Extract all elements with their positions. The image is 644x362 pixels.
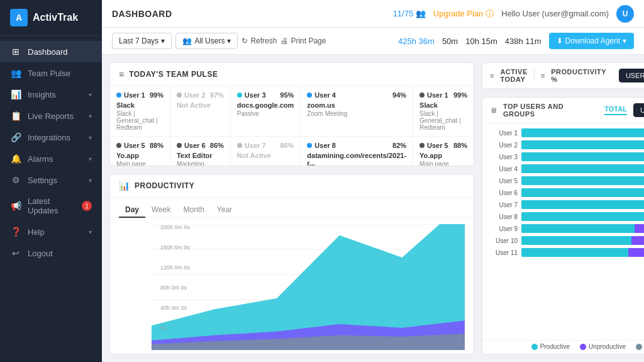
nav-icon-team-pulse: 👥 bbox=[10, 68, 21, 78]
pulse-pct-9: 88% bbox=[453, 142, 467, 149]
nav-icon-integrations: 🔗 bbox=[10, 132, 21, 142]
refresh-button[interactable]: ↻ Refresh bbox=[242, 37, 277, 45]
top-users-icon: 🖥 bbox=[490, 106, 497, 114]
legend-dot bbox=[636, 344, 642, 350]
sidebar-item-team-pulse[interactable]: 👥 Team Pulse bbox=[0, 62, 102, 84]
legend-dot bbox=[580, 344, 586, 350]
pulse-dot-4 bbox=[419, 93, 425, 98]
user-bar-label: User 7 bbox=[490, 201, 518, 208]
productivity-icon: 📊 bbox=[119, 181, 130, 191]
logo-icon: A bbox=[10, 9, 28, 26]
pulse-detail-0: Slack | General_chat | Redteam bbox=[116, 110, 164, 131]
user-bar-track bbox=[521, 200, 644, 209]
pulse-cell-8: User 8 82% datamining.com/recents/2021-r… bbox=[301, 137, 413, 166]
chevron-icon-live-reports: ▾ bbox=[89, 113, 92, 120]
users-filter-dropdown[interactable]: 👥 All Users ▾ bbox=[175, 33, 238, 49]
sidebar-item-alarms[interactable]: 🔔 Alarms ▾ bbox=[0, 148, 102, 169]
pulse-app-8: datamining.com/recents/2021-r... bbox=[307, 152, 406, 166]
productivity-card: 📊 PRODUCTIVITY DayWeekMonthYear 200h 0m … bbox=[109, 174, 474, 354]
nav-label-insights: Insights bbox=[28, 90, 82, 99]
topbar: DASHBOARD 11/75 👥 Upgrade Plan ⓘ Hello U… bbox=[102, 0, 644, 28]
user-bar-row: User 11 37h 20m bbox=[490, 248, 644, 257]
user-bar-track bbox=[521, 248, 644, 257]
team-pulse-card: ≡ TODAY'S TEAM PULSE User 1 99% Slack Sl… bbox=[109, 62, 474, 166]
sidebar-item-help[interactable]: ❓ Help ▾ bbox=[0, 221, 102, 242]
pulse-dot-5 bbox=[116, 143, 121, 148]
nav-label-live-reports: Live Reports bbox=[28, 111, 82, 121]
top-users-title: TOP USERS AND GROUPS bbox=[503, 103, 592, 118]
pulse-dot-2 bbox=[237, 93, 242, 98]
print-button[interactable]: 🖨 Print Page bbox=[280, 37, 326, 45]
top-users-tab-users[interactable]: USERS bbox=[633, 103, 644, 117]
pulse-app-7: Not Active bbox=[237, 152, 294, 159]
nav-label-logout: Logout bbox=[28, 249, 92, 258]
user-bar-track bbox=[521, 176, 644, 185]
nav-icon-latest-updates: 📢 bbox=[10, 201, 21, 211]
pulse-pct-0: 99% bbox=[150, 91, 164, 99]
sidebar-item-live-reports[interactable]: 📋 Live Reports ▾ bbox=[0, 105, 102, 127]
pulse-app-4: Slack bbox=[419, 101, 467, 109]
pulse-dot-3 bbox=[307, 93, 312, 98]
top-users-legend-item: Undefined bbox=[636, 343, 644, 350]
chevron-icon-alarms: ▾ bbox=[89, 156, 92, 162]
pulse-user-row-2: User 3 95% bbox=[237, 91, 294, 99]
pulse-user-row-1: User 2 97% bbox=[177, 91, 224, 99]
pulse-app-3: zoom.us bbox=[307, 101, 406, 109]
bar-productive bbox=[521, 248, 628, 257]
sidebar-item-insights[interactable]: 📊 Insights ▾ bbox=[0, 84, 102, 105]
user-bar-label: User 6 bbox=[490, 189, 518, 196]
pulse-pct-1: 97% bbox=[210, 91, 224, 99]
pulse-dot-8 bbox=[307, 143, 312, 148]
user-bar-row: User 5 42h 33m bbox=[490, 176, 644, 185]
pulse-pct-7: 86% bbox=[280, 142, 294, 149]
user-bar-row: User 4 42h 48m bbox=[490, 164, 644, 173]
chart-area: 200h 0m 0s160h 0m 0s120h 0m 0s80h 0m 0s4… bbox=[110, 218, 474, 354]
logo: A ActivTrak bbox=[0, 0, 102, 36]
user-bar-row: User 9 37h 31m bbox=[490, 224, 644, 233]
active-today-tab-users[interactable]: USERS bbox=[619, 69, 644, 82]
nav-label-settings: Settings bbox=[28, 176, 82, 185]
user-bar-track bbox=[521, 128, 644, 137]
download-agent-button[interactable]: ⬇ Download Agent ▾ bbox=[549, 33, 634, 49]
pulse-app-0: Slack bbox=[116, 101, 164, 109]
toolbar: Last 7 Days ▾ 👥 All Users ▾ ↻ Refresh 🖨 … bbox=[102, 28, 644, 55]
date-range-dropdown[interactable]: Last 7 Days ▾ bbox=[112, 33, 172, 49]
top-users-tab-group: USERSGROUPS bbox=[633, 103, 644, 117]
sidebar-item-dashboard[interactable]: ⊞ Dashboard bbox=[0, 41, 102, 62]
hello-user-label: Hello User (user@gmail.com) bbox=[501, 9, 609, 18]
productivity-tab-week[interactable]: Week bbox=[145, 203, 177, 218]
page-title: DASHBOARD bbox=[112, 9, 172, 19]
user-bar-label: User 2 bbox=[490, 142, 518, 149]
productivity-tab-day[interactable]: Day bbox=[119, 203, 145, 218]
bar-unproductive bbox=[635, 224, 644, 233]
left-column: ≡ TODAY'S TEAM PULSE User 1 99% Slack Sl… bbox=[109, 62, 474, 354]
user-bar-row: User 2 47h 23m bbox=[490, 140, 644, 149]
pulse-app-6: Text Editor bbox=[177, 152, 224, 159]
pulse-detail-9: Main page bbox=[419, 161, 467, 166]
pulse-icon: ≡ bbox=[119, 69, 124, 79]
y-label: 200h 0m 0s bbox=[160, 224, 190, 230]
nav-icon-alarms: 🔔 bbox=[10, 154, 21, 164]
user-bar-row: User 1 50h 03m bbox=[490, 128, 644, 137]
pulse-dot-0 bbox=[116, 93, 121, 98]
pulse-dot-7 bbox=[237, 143, 242, 148]
pulse-dot-9 bbox=[419, 143, 425, 148]
sidebar-item-settings[interactable]: ⚙ Settings ▾ bbox=[0, 169, 102, 191]
header-divider bbox=[534, 69, 535, 82]
nav-icon-settings: ⚙ bbox=[10, 175, 21, 185]
nav-label-team-pulse: Team Pulse bbox=[28, 69, 92, 78]
pulse-pct-5: 88% bbox=[150, 142, 164, 149]
productivity-tab-month[interactable]: Month bbox=[177, 203, 210, 218]
right-column: ≡ ACTIVE TODAY ≡ PRODUCTIVITY % USERSGRO… bbox=[482, 62, 644, 354]
total-label: TOTAL bbox=[604, 105, 627, 115]
user-bar-label: User 11 bbox=[490, 249, 518, 256]
upgrade-plan-button[interactable]: Upgrade Plan ⓘ bbox=[433, 8, 494, 20]
nav-label-integrations: Integrations bbox=[28, 133, 82, 142]
user-bar-track bbox=[521, 152, 644, 161]
bar-productive bbox=[521, 236, 631, 245]
sidebar-item-integrations[interactable]: 🔗 Integrations ▾ bbox=[0, 127, 102, 148]
sidebar-item-logout[interactable]: ↩ Logout bbox=[0, 242, 102, 264]
productivity-tab-year[interactable]: Year bbox=[211, 203, 238, 218]
sidebar-item-latest-updates[interactable]: 📢 Latest Updates 1 bbox=[0, 191, 102, 221]
active-today-tab-group: USERSGROUPS bbox=[619, 69, 644, 82]
